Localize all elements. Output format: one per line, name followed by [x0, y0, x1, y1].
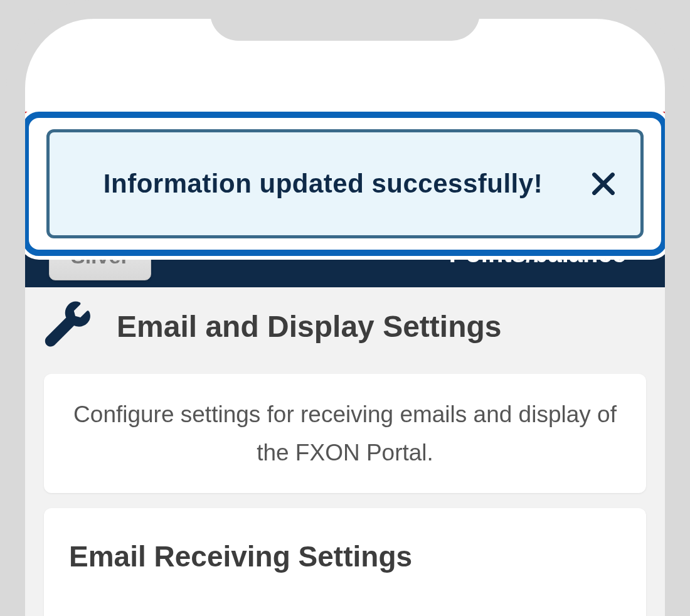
- wrench-icon: [44, 301, 92, 351]
- phone-frame: Silver Points/balance Information update…: [6, 0, 684, 616]
- phone-notch: [210, 0, 480, 41]
- page-title: Email and Display Settings: [117, 309, 502, 344]
- email-receiving-section: Email Receiving Settings: [44, 508, 646, 616]
- close-icon: [588, 191, 619, 201]
- toast-notification: Information updated successfully!: [46, 129, 644, 238]
- screen: Silver Points/balance Information update…: [25, 19, 665, 616]
- section-title: Email Receiving Settings: [69, 539, 621, 573]
- settings-description: Configure settings for receiving emails …: [69, 395, 621, 472]
- toast-close-button[interactable]: [588, 168, 619, 199]
- settings-description-card: Configure settings for receiving emails …: [44, 374, 646, 493]
- toast-highlight-frame: Information updated successfully!: [25, 112, 665, 256]
- toast-message: Information updated successfully!: [104, 169, 543, 199]
- settings-header: Email and Display Settings: [44, 301, 502, 351]
